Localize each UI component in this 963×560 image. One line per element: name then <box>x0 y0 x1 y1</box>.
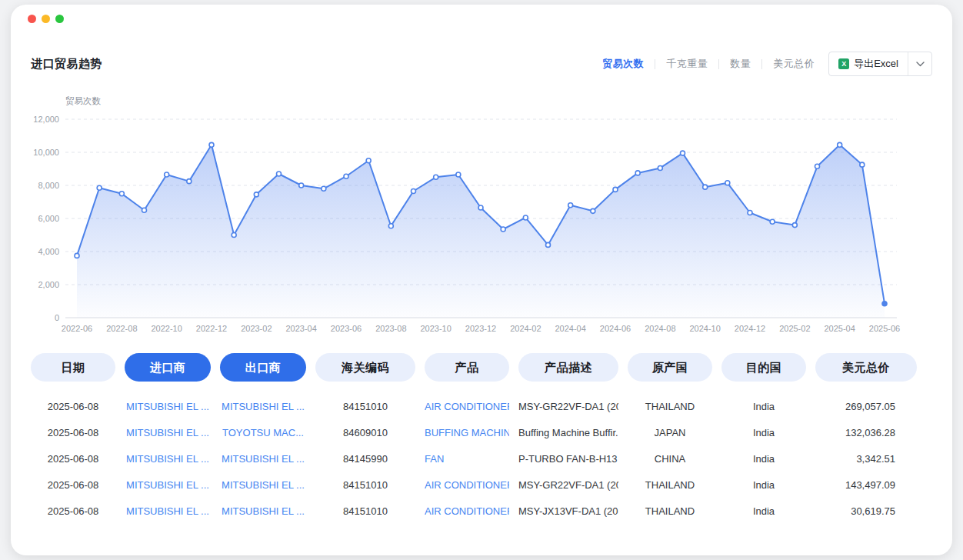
column-pill-3[interactable]: 出口商 <box>220 353 306 382</box>
origin-country-cell: THAILAND <box>628 479 712 491</box>
data-point[interactable] <box>299 183 304 188</box>
destination-country-cell: India <box>721 505 806 517</box>
data-point[interactable] <box>501 227 505 232</box>
data-point[interactable] <box>792 223 797 228</box>
metric-tab-3[interactable]: 数量 <box>730 57 751 71</box>
y-tick-label: 0 <box>55 313 59 322</box>
importer-cell[interactable]: MITSUBISHI EL ... <box>125 453 211 465</box>
data-point[interactable] <box>344 174 348 178</box>
date-cell: 2025-06-08 <box>31 401 115 412</box>
column-pill-9[interactable]: 美元总价 <box>815 353 917 382</box>
table-row[interactable]: 2025-06-08MITSUBISHI EL ...MITSUBISHI EL… <box>11 498 952 524</box>
usd-value-cell: 3,342.51 <box>815 453 917 465</box>
data-point[interactable] <box>119 192 124 196</box>
data-point[interactable] <box>209 142 214 147</box>
date-cell: 2025-06-08 <box>31 505 115 517</box>
data-point[interactable] <box>388 224 393 228</box>
y-tick-label: 12,000 <box>33 115 59 124</box>
data-point[interactable] <box>658 165 662 170</box>
metric-tab-4[interactable]: 美元总价 <box>773 57 815 71</box>
column-pill-8[interactable]: 目的国 <box>721 353 806 382</box>
metric-tab-2[interactable]: 千克重量 <box>666 57 708 71</box>
data-point[interactable] <box>591 208 595 213</box>
importer-cell[interactable]: MITSUBISHI EL ... <box>125 505 211 517</box>
data-point[interactable] <box>165 172 169 177</box>
data-point[interactable] <box>703 185 708 189</box>
destination-country-cell: India <box>721 453 806 465</box>
x-tick-label: 2024-04 <box>555 324 585 333</box>
y-axis-title: 贸易次数 <box>65 96 102 106</box>
data-point[interactable] <box>232 233 236 238</box>
data-point[interactable] <box>635 171 640 175</box>
data-point[interactable] <box>456 172 461 177</box>
page-title: 进口贸易趋势 <box>31 57 102 72</box>
export-excel-main[interactable]: X 导出Excel <box>829 57 908 71</box>
data-point[interactable] <box>277 172 282 176</box>
exporter-cell[interactable]: MITSUBISHI EL ... <box>220 479 306 491</box>
column-pill-6[interactable]: 产品描述 <box>518 353 618 382</box>
hs-code-cell: 84609010 <box>315 427 415 438</box>
destination-country-cell: India <box>721 479 806 491</box>
data-point[interactable] <box>254 192 258 197</box>
y-tick-label: 6,000 <box>38 214 59 223</box>
exporter-cell[interactable]: MITSUBISHI EL ... <box>220 401 306 412</box>
destination-country-cell: India <box>721 427 806 438</box>
data-point[interactable] <box>815 164 820 168</box>
column-pill-2[interactable]: 进口商 <box>125 353 211 382</box>
data-point[interactable] <box>613 187 618 192</box>
exporter-cell[interactable]: MITSUBISHI EL ... <box>220 505 306 517</box>
product-cell[interactable]: BUFFING MACHINE <box>425 427 509 438</box>
hs-code-cell: 84151010 <box>315 401 415 412</box>
data-point[interactable] <box>478 205 483 210</box>
exporter-cell[interactable]: MITSUBISHI EL ... <box>220 453 306 465</box>
data-point[interactable] <box>97 185 102 190</box>
table-row[interactable]: 2025-06-08MITSUBISHI EL ...TOYOTSU MAC..… <box>11 419 952 445</box>
table-row[interactable]: 2025-06-08MITSUBISHI EL ...MITSUBISHI EL… <box>11 472 952 498</box>
data-point[interactable] <box>523 215 528 220</box>
data-point[interactable] <box>75 253 79 258</box>
x-tick-label: 2023-06 <box>331 324 362 333</box>
column-pill-7[interactable]: 原产国 <box>628 353 712 382</box>
product-cell[interactable]: FAN <box>425 453 509 465</box>
table-row[interactable]: 2025-06-08MITSUBISHI EL ...MITSUBISHI EL… <box>11 393 952 419</box>
table-row[interactable]: 2025-06-08MITSUBISHI EL ...MITSUBISHI EL… <box>11 445 952 472</box>
column-filter-pills: 日期进口商出口商海关编码产品产品描述原产国目的国美元总价 <box>11 353 952 382</box>
data-point[interactable] <box>568 203 573 208</box>
data-point[interactable] <box>882 302 887 306</box>
close-window-icon[interactable] <box>28 15 36 23</box>
column-pill-5[interactable]: 产品 <box>425 353 509 382</box>
data-point[interactable] <box>838 142 842 147</box>
data-point[interactable] <box>725 181 730 185</box>
minimize-window-icon[interactable] <box>42 15 50 23</box>
data-point[interactable] <box>366 158 371 163</box>
export-dropdown-toggle[interactable] <box>908 52 931 75</box>
export-excel-button[interactable]: X 导出Excel <box>828 52 932 76</box>
product-cell[interactable]: AIR CONDITIONER <box>425 479 509 491</box>
product-cell[interactable]: AIR CONDITIONER <box>425 401 509 412</box>
data-point[interactable] <box>681 151 685 155</box>
exporter-cell[interactable]: TOYOTSU MAC... <box>220 427 306 438</box>
metric-tab-1[interactable]: 贸易次数 <box>602 57 644 71</box>
data-point[interactable] <box>434 175 438 179</box>
zoom-window-icon[interactable] <box>55 15 64 23</box>
excel-icon: X <box>838 58 849 69</box>
data-point[interactable] <box>142 208 147 212</box>
importer-cell[interactable]: MITSUBISHI EL ... <box>125 479 211 491</box>
data-point[interactable] <box>322 186 326 191</box>
data-point[interactable] <box>860 162 865 167</box>
column-pill-1[interactable]: 日期 <box>31 353 115 382</box>
area-fill <box>77 145 885 318</box>
data-point[interactable] <box>770 219 775 224</box>
origin-country-cell: CHINA <box>628 453 712 465</box>
column-pill-4[interactable]: 海关编码 <box>315 353 415 382</box>
product-cell[interactable]: AIR CONDITIONER <box>425 505 509 517</box>
importer-cell[interactable]: MITSUBISHI EL ... <box>125 401 211 412</box>
data-point[interactable] <box>412 189 416 194</box>
hs-code-cell: 84145990 <box>315 453 415 465</box>
data-point[interactable] <box>546 242 551 247</box>
data-point[interactable] <box>187 179 192 184</box>
data-point[interactable] <box>748 210 752 215</box>
date-cell: 2025-06-08 <box>31 453 115 465</box>
x-tick-label: 2023-10 <box>420 324 451 333</box>
importer-cell[interactable]: MITSUBISHI EL ... <box>125 427 211 438</box>
